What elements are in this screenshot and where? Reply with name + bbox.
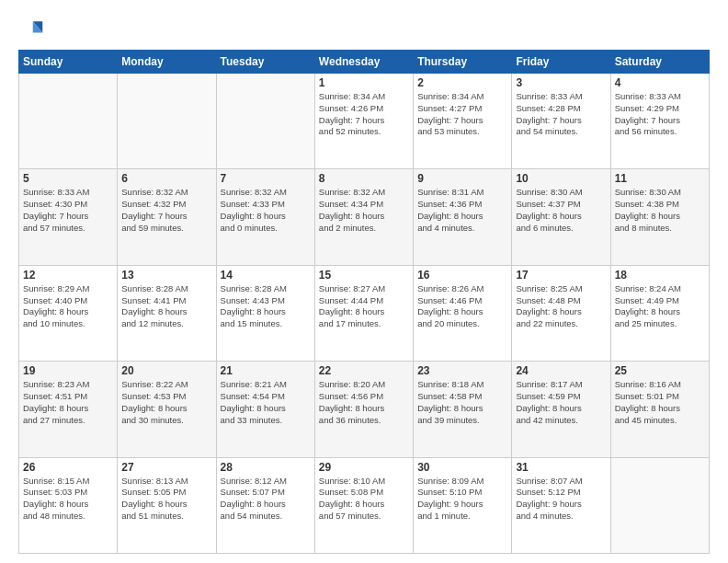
day-info: Sunrise: 8:16 AM Sunset: 5:01 PM Dayligh… [615,379,705,426]
day-info: Sunrise: 8:07 AM Sunset: 5:12 PM Dayligh… [516,476,606,523]
calendar-cell: 31Sunrise: 8:07 AM Sunset: 5:12 PM Dayli… [512,457,610,553]
day-number: 3 [516,76,606,89]
calendar-cell: 19Sunrise: 8:23 AM Sunset: 4:51 PM Dayli… [19,362,118,457]
calendar-cell: 11Sunrise: 8:30 AM Sunset: 4:38 PM Dayli… [610,169,709,265]
weekday-header-saturday: Saturday [610,51,709,74]
weekday-header-sunday: Sunday [19,51,118,74]
day-number: 12 [23,269,113,282]
calendar-cell: 20Sunrise: 8:22 AM Sunset: 4:53 PM Dayli… [118,362,216,457]
day-number: 10 [516,172,606,185]
weekday-header-monday: Monday [118,51,216,74]
calendar-cell: 6Sunrise: 8:32 AM Sunset: 4:32 PM Daylig… [118,169,216,265]
calendar-table: SundayMondayTuesdayWednesdayThursdayFrid… [18,50,710,554]
day-number: 26 [23,461,113,474]
day-info: Sunrise: 8:32 AM Sunset: 4:33 PM Dayligh… [221,187,311,234]
day-info: Sunrise: 8:28 AM Sunset: 4:41 PM Dayligh… [121,283,211,330]
logo-icon [18,17,44,42]
day-info: Sunrise: 8:31 AM Sunset: 4:36 PM Dayligh… [417,187,507,234]
day-number: 7 [221,172,311,185]
day-info: Sunrise: 8:20 AM Sunset: 4:56 PM Dayligh… [319,379,409,426]
weekday-header-tuesday: Tuesday [216,51,314,74]
day-number: 1 [319,76,409,89]
day-number: 11 [615,172,705,185]
day-info: Sunrise: 8:17 AM Sunset: 4:59 PM Dayligh… [516,379,606,426]
day-number: 9 [417,172,507,185]
day-number: 23 [417,364,507,377]
logo [18,17,48,42]
day-number: 25 [615,364,705,377]
day-info: Sunrise: 8:34 AM Sunset: 4:27 PM Dayligh… [417,91,507,138]
calendar-cell: 29Sunrise: 8:10 AM Sunset: 5:08 PM Dayli… [314,457,413,553]
day-info: Sunrise: 8:32 AM Sunset: 4:34 PM Dayligh… [319,187,409,234]
calendar-cell: 21Sunrise: 8:21 AM Sunset: 4:54 PM Dayli… [216,362,314,457]
calendar-cell: 9Sunrise: 8:31 AM Sunset: 4:36 PM Daylig… [414,169,512,265]
day-number: 20 [121,364,211,377]
day-number: 22 [319,364,409,377]
calendar-cell: 17Sunrise: 8:25 AM Sunset: 4:48 PM Dayli… [512,265,610,361]
calendar-cell: 5Sunrise: 8:33 AM Sunset: 4:30 PM Daylig… [19,169,118,265]
calendar-cell: 12Sunrise: 8:29 AM Sunset: 4:40 PM Dayli… [19,265,118,361]
day-info: Sunrise: 8:10 AM Sunset: 5:08 PM Dayligh… [319,476,409,523]
day-number: 27 [121,461,211,474]
page: SundayMondayTuesdayWednesdayThursdayFrid… [0,0,728,563]
day-info: Sunrise: 8:09 AM Sunset: 5:10 PM Dayligh… [417,476,507,523]
calendar-week-row: 26Sunrise: 8:15 AM Sunset: 5:03 PM Dayli… [19,457,710,553]
calendar-cell: 14Sunrise: 8:28 AM Sunset: 4:43 PM Dayli… [216,265,314,361]
day-info: Sunrise: 8:23 AM Sunset: 4:51 PM Dayligh… [23,379,113,426]
day-number: 14 [221,269,311,282]
calendar-cell: 13Sunrise: 8:28 AM Sunset: 4:41 PM Dayli… [118,265,216,361]
day-info: Sunrise: 8:34 AM Sunset: 4:26 PM Dayligh… [319,91,409,138]
calendar-cell [610,457,709,553]
day-info: Sunrise: 8:24 AM Sunset: 4:49 PM Dayligh… [615,283,705,330]
day-number: 16 [417,269,507,282]
day-info: Sunrise: 8:13 AM Sunset: 5:05 PM Dayligh… [121,476,211,523]
day-info: Sunrise: 8:12 AM Sunset: 5:07 PM Dayligh… [221,476,311,523]
calendar-week-row: 1Sunrise: 8:34 AM Sunset: 4:26 PM Daylig… [19,74,710,169]
day-info: Sunrise: 8:26 AM Sunset: 4:46 PM Dayligh… [417,283,507,330]
day-info: Sunrise: 8:28 AM Sunset: 4:43 PM Dayligh… [221,283,311,330]
calendar-cell: 4Sunrise: 8:33 AM Sunset: 4:29 PM Daylig… [610,74,709,169]
calendar-cell: 2Sunrise: 8:34 AM Sunset: 4:27 PM Daylig… [414,74,512,169]
day-info: Sunrise: 8:25 AM Sunset: 4:48 PM Dayligh… [516,283,606,330]
day-number: 24 [516,364,606,377]
day-number: 21 [221,364,311,377]
calendar-week-row: 12Sunrise: 8:29 AM Sunset: 4:40 PM Dayli… [19,265,710,361]
calendar-cell [216,74,314,169]
day-info: Sunrise: 8:30 AM Sunset: 4:38 PM Dayligh… [615,187,705,234]
day-info: Sunrise: 8:32 AM Sunset: 4:32 PM Dayligh… [121,187,211,234]
day-number: 31 [516,461,606,474]
day-info: Sunrise: 8:22 AM Sunset: 4:53 PM Dayligh… [121,379,211,426]
weekday-header-thursday: Thursday [414,51,512,74]
day-info: Sunrise: 8:30 AM Sunset: 4:37 PM Dayligh… [516,187,606,234]
calendar-cell: 3Sunrise: 8:33 AM Sunset: 4:28 PM Daylig… [512,74,610,169]
day-info: Sunrise: 8:18 AM Sunset: 4:58 PM Dayligh… [417,379,507,426]
calendar-cell: 24Sunrise: 8:17 AM Sunset: 4:59 PM Dayli… [512,362,610,457]
calendar-week-row: 5Sunrise: 8:33 AM Sunset: 4:30 PM Daylig… [19,169,710,265]
day-number: 6 [121,172,211,185]
day-info: Sunrise: 8:33 AM Sunset: 4:30 PM Dayligh… [23,187,113,234]
weekday-header-wednesday: Wednesday [314,51,413,74]
calendar-cell: 8Sunrise: 8:32 AM Sunset: 4:34 PM Daylig… [314,169,413,265]
calendar-cell: 30Sunrise: 8:09 AM Sunset: 5:10 PM Dayli… [414,457,512,553]
day-number: 17 [516,269,606,282]
day-info: Sunrise: 8:33 AM Sunset: 4:28 PM Dayligh… [516,91,606,138]
day-number: 13 [121,269,211,282]
day-info: Sunrise: 8:33 AM Sunset: 4:29 PM Dayligh… [615,91,705,138]
calendar-cell: 16Sunrise: 8:26 AM Sunset: 4:46 PM Dayli… [414,265,512,361]
day-info: Sunrise: 8:15 AM Sunset: 5:03 PM Dayligh… [23,476,113,523]
day-number: 5 [23,172,113,185]
calendar-cell [118,74,216,169]
calendar-cell: 7Sunrise: 8:32 AM Sunset: 4:33 PM Daylig… [216,169,314,265]
day-info: Sunrise: 8:21 AM Sunset: 4:54 PM Dayligh… [221,379,311,426]
header [18,17,710,42]
calendar-cell: 10Sunrise: 8:30 AM Sunset: 4:37 PM Dayli… [512,169,610,265]
calendar-week-row: 19Sunrise: 8:23 AM Sunset: 4:51 PM Dayli… [19,362,710,457]
day-number: 28 [221,461,311,474]
day-number: 18 [615,269,705,282]
calendar-cell: 26Sunrise: 8:15 AM Sunset: 5:03 PM Dayli… [19,457,118,553]
calendar-cell: 23Sunrise: 8:18 AM Sunset: 4:58 PM Dayli… [414,362,512,457]
calendar-cell [19,74,118,169]
calendar-cell: 28Sunrise: 8:12 AM Sunset: 5:07 PM Dayli… [216,457,314,553]
weekday-header-friday: Friday [512,51,610,74]
day-info: Sunrise: 8:29 AM Sunset: 4:40 PM Dayligh… [23,283,113,330]
